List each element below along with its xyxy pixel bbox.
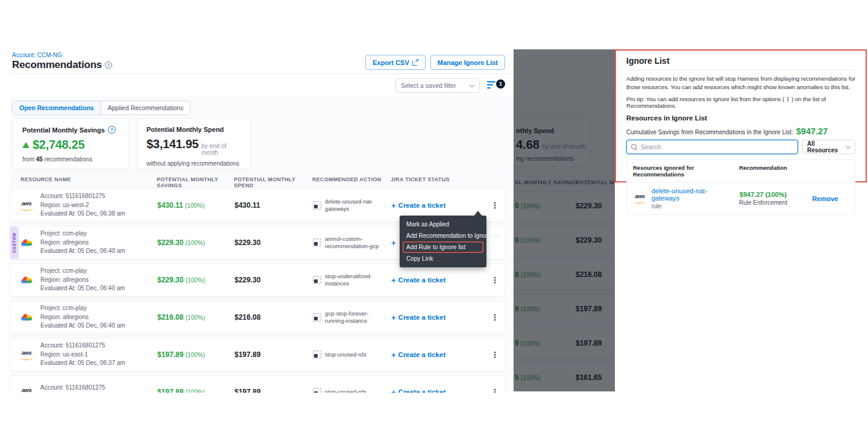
ignored-resource-type: rule — [652, 203, 725, 210]
pro-tip: Pro tip: You can add resources to Ignore… — [626, 96, 855, 109]
savings-value: $216.08 (100%) — [157, 313, 234, 322]
aws-icon: aws — [19, 350, 34, 360]
menu-item-add-recommendation-to-ignore-list[interactable]: Add Recommendation to Ignore list — [403, 230, 483, 241]
row-menu-button[interactable]: ⋮ — [482, 387, 508, 393]
ignored-savings-detail: Rule Enforcement — [725, 199, 802, 206]
chevron-down-icon — [846, 145, 851, 149]
potential-monthly-savings-card: Potential Monthly Savings ? $2,748.25 fr… — [13, 118, 129, 169]
remove-button[interactable]: Remove — [802, 195, 849, 202]
spend-value: $197.89 — [234, 350, 313, 359]
recommended-action: anmol-custom-recommendation-gcp — [325, 235, 385, 250]
spend-subtitle: without applying recommendations — [146, 160, 242, 167]
external-link-icon — [412, 60, 418, 66]
rule-icon — [313, 350, 321, 359]
resource-filter-value: All Resources — [807, 140, 846, 154]
row-menu-button[interactable]: ⋮ — [482, 201, 508, 210]
resource-details: Project: ccm-play Region: allregions Eva… — [40, 267, 125, 293]
col-recommended-action: RECOMMENDED ACTION — [312, 176, 391, 188]
cumulative-savings-label: Cumulative Savings from Recommendations … — [626, 129, 793, 135]
menu-item-copy-link[interactable]: Copy Link — [403, 253, 483, 264]
row-menu-button[interactable]: ⋮ — [482, 350, 508, 359]
col-potential-monthly-savings: POTENTIAL MONTHLY SAVINGS — [157, 176, 234, 188]
chevron-down-icon — [470, 83, 474, 88]
ignore-list-panel: Ignore List Adding resources to the Igno… — [615, 49, 867, 182]
create-ticket-link[interactable]: +Create a ticket — [391, 388, 482, 393]
create-ticket-link[interactable]: +Create a ticket — [391, 276, 482, 285]
recommended-action: stop-unused-rds — [325, 388, 366, 393]
export-csv-label: Export CSV — [373, 59, 409, 66]
aws-icon: aws — [633, 193, 647, 204]
table-row[interactable]: Project: ccm-play Region: allregions Eva… — [10, 263, 505, 297]
cumulative-savings-value: $947.27 — [796, 126, 828, 136]
row-menu-button[interactable]: ⋮ — [482, 313, 508, 322]
col-resource-name: RESOURCE NAME — [12, 176, 157, 188]
manage-ignore-list-button[interactable]: Manage Ignore List — [430, 55, 505, 70]
savings-subtitle: from 45 recommendations — [22, 156, 120, 163]
recommendation-count: 45 — [36, 156, 43, 163]
potential-monthly-spend-card: Potential Monthly Spend $3,141.95 by end… — [137, 118, 251, 169]
row-menu-button[interactable]: ⋮ — [482, 275, 508, 285]
breadcrumb[interactable]: Account: CCM-NG — [12, 52, 62, 58]
tab-open-recommendations[interactable]: Open Recommendations — [13, 101, 101, 114]
savings-amount: $2,748.25 — [33, 138, 84, 152]
page-title: Recommendations — [12, 59, 102, 71]
panel-title: Ignore List — [626, 56, 855, 66]
create-ticket-link[interactable]: +Create a ticket — [391, 313, 482, 322]
tab-applied-recommendations[interactable]: Applied Recommendations — [101, 101, 190, 114]
gcp-icon — [20, 238, 33, 247]
filter-panel-button[interactable]: 1 — [487, 79, 505, 92]
plus-icon: + — [391, 313, 396, 322]
help-icon[interactable]: ? — [108, 126, 116, 134]
saved-filter-select[interactable]: Select a saved filter — [395, 78, 480, 93]
table-row[interactable]: aws Account: 511616801275 Region: us-wes… — [10, 375, 505, 393]
search-input[interactable] — [641, 143, 793, 151]
export-csv-button[interactable]: Export CSV — [365, 55, 426, 70]
resources-in-ignore-list-title: Resources in Ignore List — [626, 114, 855, 122]
spend-card-title: Potential Monthly Spend — [146, 126, 224, 133]
recommended-action: delete-unused-nat-gateways — [325, 198, 385, 213]
custom-tag: CUSTOM — [10, 226, 19, 259]
ignore-list-search[interactable] — [626, 140, 798, 154]
ignore-list-table: Resources Ignored for Recommendations Re… — [626, 159, 855, 215]
spend-amount-suffix: by end of month — [201, 143, 242, 156]
header-divider — [10, 73, 514, 74]
resource-filter-select[interactable]: All Resources — [802, 140, 855, 154]
row-context-menu: Mark as Applied Add Recommendation to Ig… — [400, 216, 486, 267]
create-ticket-link[interactable]: +Create a ticket — [391, 201, 482, 210]
table-row[interactable]: aws Account: 511616801275 Region: us-eas… — [10, 338, 505, 372]
col-recommendation: Recommendation — [725, 164, 802, 178]
modal-backdrop[interactable] — [514, 49, 615, 391]
resource-details: Account: 511616801275 Region: us-east-1 … — [40, 341, 125, 368]
spend-value: $216.08 — [234, 313, 313, 322]
filter-count-badge: 1 — [496, 79, 505, 89]
gcp-icon — [20, 313, 33, 322]
savings-card-title: Potential Monthly Savings — [22, 126, 105, 134]
kebab-icon: ⋮ — [784, 96, 791, 102]
rule-icon — [313, 201, 321, 210]
recommended-action: stop-unused-rds — [325, 351, 366, 358]
plus-icon: + — [391, 276, 396, 285]
panel-description: Adding resources to the Ignore list will… — [626, 75, 855, 92]
aws-icon: aws — [19, 387, 34, 393]
ignore-list-row: aws delete-unused-nat-gateways rule $947… — [627, 182, 855, 214]
table-header-row: RESOURCE NAME POTENTIAL MONTHLY SAVINGS … — [12, 176, 508, 188]
gcp-icon — [20, 276, 33, 285]
recommendations-tabs: Open Recommendations Applied Recommendat… — [12, 101, 190, 115]
filter-lines-icon — [487, 81, 495, 82]
menu-item-mark-as-applied[interactable]: Mark as Applied — [403, 219, 483, 230]
table-row[interactable]: Project: ccm-play Region: allregions Eva… — [10, 300, 505, 334]
aws-icon: aws — [19, 201, 34, 211]
create-ticket-link[interactable]: +Create a ticket — [391, 350, 482, 359]
rule-icon — [313, 388, 321, 393]
menu-item-add-rule-to-ignore-list[interactable]: Add Rule to Ignore list — [403, 241, 483, 253]
info-icon[interactable]: i — [105, 61, 112, 69]
recommended-action: gcp-stop-forever-running-instance — [325, 310, 385, 325]
ignored-savings-value: $947.27 (100%) — [725, 191, 802, 198]
recommendations-page: Account: CCM-NG Recommendations i Export… — [10, 51, 514, 393]
resource-details: Project: ccm-play Region: allregions Eva… — [40, 304, 125, 331]
ignored-resource-link[interactable]: delete-unused-nat-gateways — [652, 187, 725, 202]
spend-value: $229.30 — [234, 238, 313, 247]
savings-triangle-icon — [22, 142, 30, 148]
plus-icon: + — [391, 238, 396, 247]
dimmed-page-background: nthly Spend 4.68 by end of month ing rec… — [514, 49, 615, 391]
